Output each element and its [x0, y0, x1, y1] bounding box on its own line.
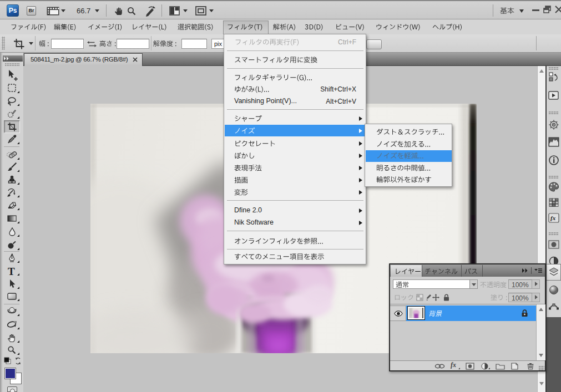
svg-text:fx: fx	[550, 215, 556, 221]
